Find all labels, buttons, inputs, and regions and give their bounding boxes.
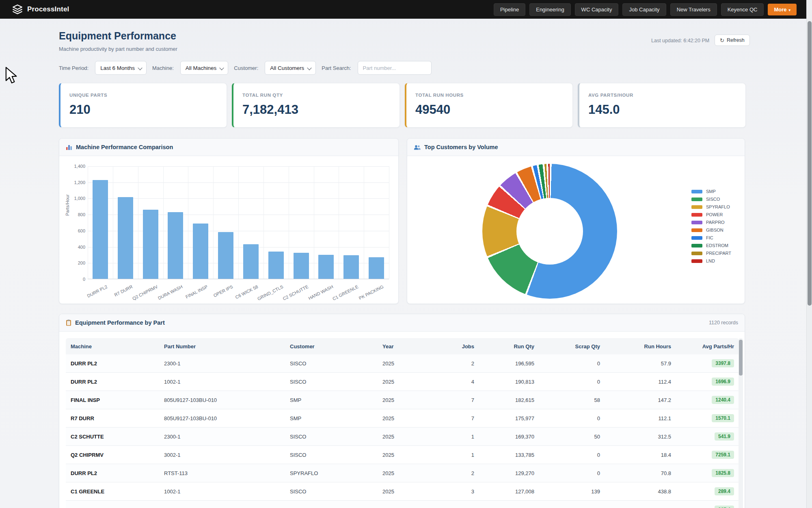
- legend-item-smp[interactable]: SMP: [691, 189, 731, 194]
- gridline: [163, 166, 164, 279]
- brand[interactable]: ProcessIntel: [12, 4, 69, 15]
- table-row: C1 GREENLE1002-1SISCO20253127,008139438.…: [66, 482, 739, 501]
- kpi-value: 145.0: [588, 102, 736, 117]
- cell: 2: [426, 507, 479, 508]
- bar-r7-durr: [118, 197, 133, 279]
- nav-item-pipeline[interactable]: Pipeline: [494, 3, 525, 16]
- legend-item-precipart[interactable]: PRECIPART: [691, 251, 731, 256]
- x-tick-label: PK PACKING: [358, 284, 384, 301]
- cell: 129,270: [479, 470, 539, 476]
- legend-swatch: [691, 213, 702, 217]
- clipboard-icon: [66, 319, 71, 326]
- cell: 7259.1: [676, 451, 739, 459]
- legend-item-sisco[interactable]: SISCO: [691, 197, 731, 202]
- cell: 196,595: [479, 360, 539, 367]
- column-header-jobs[interactable]: Jobs: [426, 343, 479, 350]
- table-scrollbar-thumb[interactable]: [739, 340, 743, 376]
- gridline: [88, 166, 88, 279]
- legend-item-fic[interactable]: FIC: [691, 235, 731, 240]
- cell: 182,615: [479, 397, 539, 403]
- column-header-scrap-qty[interactable]: Scrap Qty: [539, 343, 605, 350]
- page-title: Equipment Performance: [59, 30, 176, 42]
- legend-label: POWER: [706, 212, 723, 217]
- gridline: [113, 166, 113, 279]
- page-scrollbar-thumb[interactable]: [808, 21, 812, 306]
- cell: 541.9: [676, 432, 739, 441]
- cell: 0: [539, 470, 605, 476]
- legend-item-power[interactable]: POWER: [691, 212, 731, 217]
- cell: 2025: [378, 415, 426, 421]
- customer-value: All Customers: [270, 65, 304, 71]
- column-header-year[interactable]: Year: [378, 343, 426, 350]
- legend-item-spyraflo[interactable]: SPYRAFLO: [691, 204, 731, 209]
- cell: DURR PL2: [66, 379, 159, 385]
- page-scrollbar[interactable]: [806, 0, 812, 508]
- nav-item-new-travelers[interactable]: New Travelers: [670, 3, 717, 16]
- cell: 1: [426, 434, 479, 440]
- nav-item-engineering[interactable]: Engineering: [529, 3, 570, 16]
- part-search-input[interactable]: [358, 61, 432, 75]
- x-axis-line: [88, 279, 389, 279]
- x-tick-label: C1 GREENLE: [332, 284, 359, 301]
- column-header-machine[interactable]: Machine: [66, 343, 159, 350]
- bar-dura-wash: [168, 212, 183, 279]
- cell: 7: [426, 415, 479, 421]
- avg-parts-badge: 1570.1: [712, 414, 734, 422]
- x-tick-label: C2 SCHUTTE: [282, 284, 309, 301]
- bar-grind_ctls: [268, 252, 284, 279]
- column-header-avg-parts-hr[interactable]: Avg Parts/Hr: [676, 343, 739, 350]
- table-scrollbar[interactable]: [739, 338, 743, 508]
- bar-chart-icon: [66, 144, 72, 150]
- machine-value: All Machines: [186, 65, 217, 71]
- legend-item-parpro[interactable]: PARPRO: [691, 220, 731, 225]
- column-header-customer[interactable]: Customer: [285, 343, 378, 350]
- cell: 400.0: [605, 507, 676, 508]
- column-header-part-number[interactable]: Part Number: [159, 343, 285, 350]
- cell: 312.5: [605, 434, 676, 440]
- top-navbar: ProcessIntel PipelineEngineeringWC Capac…: [0, 0, 812, 19]
- legend-item-gibson[interactable]: GIBSON: [691, 228, 731, 232]
- column-header-run-qty[interactable]: Run Qty: [479, 343, 539, 350]
- column-header-run-hours[interactable]: Run Hours: [605, 343, 676, 350]
- legend-item-edstrom[interactable]: EDSTROM: [691, 243, 731, 248]
- legend-swatch: [691, 228, 702, 232]
- cell: 289.4: [676, 487, 739, 495]
- y-tick-label: 600: [78, 228, 85, 233]
- nav-item-more[interactable]: More▾: [768, 4, 797, 15]
- y-tick-label: 1,400: [74, 164, 85, 169]
- last-updated-text: Last updated: 6:42:20 PM: [651, 38, 709, 43]
- nav-item-job-capacity[interactable]: Job Capacity: [622, 3, 666, 16]
- part-search-label: Part Search:: [322, 65, 351, 71]
- legend-label: SISCO: [706, 197, 720, 202]
- cell: 1570.1: [676, 414, 739, 422]
- cell: SISCO: [285, 379, 378, 385]
- nav-item-keyence-qc[interactable]: Keyence QC: [721, 3, 764, 16]
- machine-performance-panel: Machine Performance Comparison Parts/Hou…: [59, 138, 399, 304]
- machine-select[interactable]: All Machines: [180, 61, 229, 75]
- cell: 112.4: [605, 379, 676, 385]
- kpi-card-1: TOTAL RUN QTY7,182,413: [232, 83, 400, 128]
- gridline: [138, 166, 138, 279]
- time-period-select[interactable]: Last 6 Months: [95, 61, 147, 75]
- avg-parts-badge: 1825.8: [712, 469, 734, 477]
- legend-item-lnd[interactable]: LND: [691, 258, 731, 263]
- customer-select[interactable]: All Customers: [265, 61, 316, 75]
- time-period-value: Last 6 Months: [100, 65, 135, 71]
- equipment-table-title: Equipment Performance by Part: [75, 319, 165, 326]
- cell: 57.9: [605, 360, 676, 367]
- gridline: [213, 166, 214, 279]
- bar-hand-wash: [318, 255, 334, 279]
- cell: 3: [426, 488, 479, 495]
- refresh-button[interactable]: ↻ Refresh: [715, 35, 750, 46]
- kpi-value: 210: [69, 102, 218, 117]
- cell: 1825.8: [676, 469, 739, 477]
- cell: 2025: [378, 360, 426, 367]
- cell: 1: [426, 452, 479, 458]
- cell: 3397.8: [676, 359, 739, 367]
- nav-item-wc-capacity[interactable]: WC Capacity: [575, 3, 619, 16]
- x-tick-label: FINAL INSP: [185, 284, 208, 300]
- refresh-label: Refresh: [727, 37, 745, 43]
- cell: 122,050: [479, 507, 539, 508]
- x-tick-label: DURA WASH: [157, 284, 183, 301]
- legend-swatch: [691, 252, 702, 255]
